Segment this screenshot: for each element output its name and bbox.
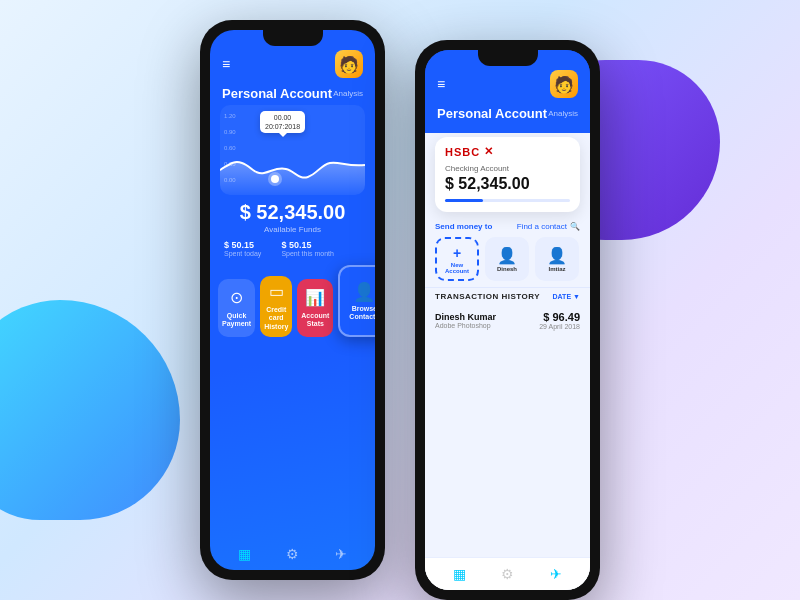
spent-month-label: Spent this month — [281, 250, 334, 257]
contact-dinesh[interactable]: 👤 Dinesh — [485, 237, 529, 281]
phone-2: ≡ 🧑 Personal Account Analysis HSBC ✕ Che… — [415, 40, 600, 600]
phone-2-screen: ≡ 🧑 Personal Account Analysis HSBC ✕ Che… — [425, 50, 590, 590]
credit-card-label: Credit cardHistory — [264, 306, 288, 331]
tx-date: 29 April 2018 — [539, 323, 580, 330]
date-filter[interactable]: DATE ▼ — [553, 293, 580, 300]
phone-1-screen: ≡ 🧑 Personal Account Analysis 1.20 0.90 … — [210, 30, 375, 570]
tx-right: $ 96.49 29 April 2018 — [539, 311, 580, 330]
phone-1: ≡ 🧑 Personal Account Analysis 1.20 0.90 … — [200, 20, 385, 580]
phone-2-bottom: HSBC ✕ Checking Account $ 52,345.00 Send… — [425, 133, 590, 590]
chart-area: 1.20 0.90 0.60 0.30 0.00 00.00 20:07:201… — [220, 105, 365, 195]
new-account-button[interactable]: + NewAccount — [435, 237, 479, 281]
stats-row: $ 50.15 Spent today $ 50.15 Spent this m… — [210, 236, 375, 261]
nav-settings-icon[interactable]: ⚙ — [286, 546, 299, 562]
page-title: Personal Account — [222, 86, 332, 101]
stats-icon: 📊 — [305, 288, 325, 307]
new-account-label: NewAccount — [445, 262, 469, 274]
tx-left: Dinesh Kumar Adobe Photoshop — [435, 312, 496, 329]
nav2-send-icon[interactable]: ✈ — [550, 566, 562, 582]
phone-2-bottom-nav: ▦ ⚙ ✈ — [425, 557, 590, 590]
phone-2-notch — [478, 50, 538, 66]
nav-home-icon[interactable]: ▦ — [238, 546, 251, 562]
title-row-2: Personal Account Analysis — [425, 104, 590, 125]
spent-month-amount: $ 50.15 — [281, 240, 334, 250]
stat-spent-today: $ 50.15 Spent today — [224, 240, 261, 257]
imtiaz-avatar-icon: 👤 — [547, 246, 567, 265]
y-label-1: 1.20 — [224, 113, 236, 119]
hamburger-icon[interactable]: ≡ — [222, 57, 231, 71]
avatar: 🧑 — [335, 50, 363, 78]
nav2-settings-icon[interactable]: ⚙ — [501, 566, 514, 582]
analysis-link[interactable]: Analysis — [333, 89, 363, 98]
find-contact[interactable]: Find a contact 🔍 — [517, 222, 580, 231]
send-money-row: Send money to Find a contact 🔍 — [425, 216, 590, 235]
account-stats-label: AccountStats — [301, 312, 329, 329]
transaction-header: TRANSACTION HISTORY DATE ▼ — [425, 287, 590, 305]
card-progress-fill — [445, 199, 483, 202]
transaction-history-title: TRANSACTION HISTORY — [435, 292, 540, 301]
balance-section: $ 52,345.00 Available Funds — [210, 195, 375, 236]
transaction-item: Dinesh Kumar Adobe Photoshop $ 96.49 29 … — [425, 305, 590, 336]
find-contact-label: Find a contact — [517, 222, 567, 231]
contacts-row: + NewAccount 👤 Dinesh 👤 Imtiaz — [425, 235, 590, 287]
hsbc-name: HSBC — [445, 146, 480, 158]
browse-contacts-label: BrowseContacts — [349, 305, 375, 322]
bank-card: HSBC ✕ Checking Account $ 52,345.00 — [435, 137, 580, 212]
hsbc-symbol: ✕ — [484, 145, 493, 158]
balance-label: Available Funds — [222, 225, 363, 234]
bottom-nav: ▦ ⚙ ✈ — [210, 538, 375, 570]
spent-today-amount: $ 50.15 — [224, 240, 261, 250]
plus-icon: + — [453, 245, 461, 261]
tx-amount: $ 96.49 — [539, 311, 580, 323]
person-icon: 👤 — [353, 281, 375, 303]
page-title-2: Personal Account — [437, 106, 547, 121]
spent-today-label: Spent today — [224, 250, 261, 257]
balance-amount: $ 52,345.00 — [222, 201, 363, 224]
card-balance: $ 52,345.00 — [445, 175, 570, 193]
analysis-link-2[interactable]: Analysis — [548, 109, 578, 118]
imtiaz-name: Imtiaz — [548, 266, 565, 272]
contact-imtiaz[interactable]: 👤 Imtiaz — [535, 237, 579, 281]
action-buttons: ⊙ QuickPayment ▭ Credit cardHistory 📊 Ac… — [210, 261, 375, 341]
chart-dot — [271, 175, 279, 183]
phones-container: ≡ 🧑 Personal Account Analysis 1.20 0.90 … — [0, 20, 800, 600]
browse-contacts-button[interactable]: 👤 BrowseContacts — [338, 265, 375, 337]
credit-card-button[interactable]: ▭ Credit cardHistory — [260, 276, 292, 337]
quick-payment-button[interactable]: ⊙ QuickPayment — [218, 279, 255, 337]
card-type: Checking Account — [445, 164, 570, 173]
search-icon: 🔍 — [570, 222, 580, 231]
hsbc-logo: HSBC ✕ — [445, 145, 570, 158]
avatar-2: 🧑 — [550, 70, 578, 98]
dinesh-avatar-icon: 👤 — [497, 246, 517, 265]
chart-svg — [220, 125, 365, 195]
card-progress-bar — [445, 199, 570, 202]
tooltip-value: 00.00 — [265, 113, 300, 122]
quick-payment-label: QuickPayment — [222, 312, 251, 329]
nav2-home-icon[interactable]: ▦ — [453, 566, 466, 582]
date-label: DATE — [553, 293, 572, 300]
dinesh-name: Dinesh — [497, 266, 517, 272]
account-stats-button[interactable]: 📊 AccountStats — [297, 279, 333, 337]
send-money-label: Send money to — [435, 222, 492, 231]
title-row: Personal Account Analysis — [210, 84, 375, 105]
hamburger-icon-2[interactable]: ≡ — [437, 77, 446, 91]
chevron-down-icon: ▼ — [573, 293, 580, 300]
stat-spent-month: $ 50.15 Spent this month — [281, 240, 334, 257]
credit-card-icon: ▭ — [269, 282, 284, 301]
fingerprint-icon: ⊙ — [230, 288, 243, 307]
phone-1-notch — [263, 30, 323, 46]
tx-name: Dinesh Kumar — [435, 312, 496, 322]
nav-send-icon[interactable]: ✈ — [335, 546, 347, 562]
tx-sub: Adobe Photoshop — [435, 322, 496, 329]
